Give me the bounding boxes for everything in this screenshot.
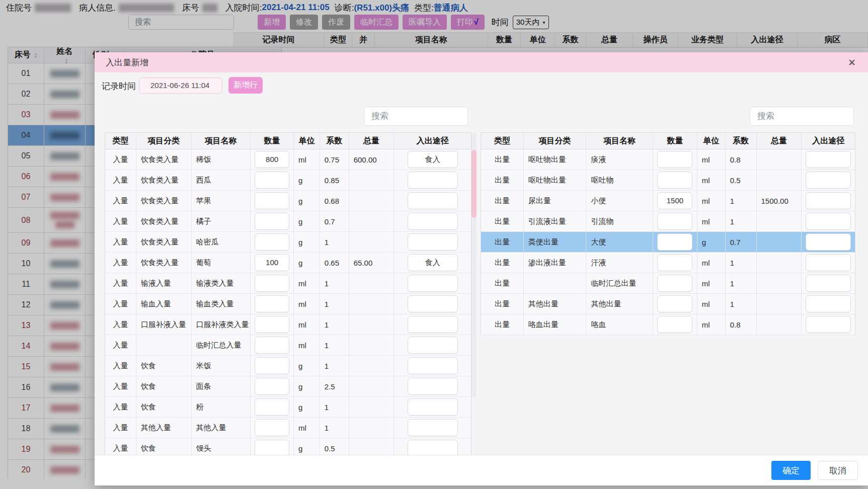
intake-route-input[interactable]	[408, 398, 458, 416]
intake-cell-category: 饮食类入量	[136, 253, 192, 273]
output-route-input[interactable]	[806, 275, 851, 292]
intake-cell-qty	[251, 356, 294, 376]
confirm-button[interactable]: 确定	[771, 461, 811, 480]
intake-qty-input[interactable]	[255, 357, 289, 374]
output-column-header: 单位	[697, 133, 726, 149]
output-route-input[interactable]	[806, 151, 851, 168]
intake-row[interactable]: 入量输液入量输液类入量ml1	[105, 273, 471, 294]
intake-route-input[interactable]	[408, 213, 458, 230]
intake-row[interactable]: 入量饮食类入量西瓜g0.85	[105, 170, 471, 191]
intake-row[interactable]: 入量饮食类入量葡萄100g0.6565.00食入	[105, 253, 471, 273]
intake-route-input[interactable]	[408, 233, 458, 251]
output-route-input[interactable]	[806, 213, 851, 230]
output-cell-category: 呕吐物出量	[524, 170, 587, 190]
intake-row[interactable]: 入量饮食馒头g0.5	[105, 438, 471, 455]
output-row[interactable]: 出量咯血出量咯血ml0.8	[481, 314, 855, 335]
output-qty-input[interactable]	[657, 275, 692, 292]
intake-route-input[interactable]	[408, 192, 458, 209]
output-row[interactable]: 出量粪便出量大便g0.7	[481, 232, 855, 253]
cancel-button[interactable]: 取消	[818, 461, 858, 480]
output-row[interactable]: 出量尿出量小便1500ml11500.00	[481, 191, 855, 211]
intake-row[interactable]: 入量饮食面条g2.5	[105, 376, 471, 397]
intake-qty-input[interactable]	[255, 213, 289, 230]
intake-cell-route	[394, 232, 471, 252]
output-row[interactable]: 出量临时汇总出量ml1	[481, 273, 855, 294]
output-column-header: 入出途径	[802, 133, 855, 149]
intake-row[interactable]: 入量饮食类入量哈密瓜g1	[105, 232, 471, 253]
output-row[interactable]: 出量其他出量其他出量ml1	[481, 294, 855, 314]
intake-qty-input[interactable]	[255, 295, 289, 312]
intake-cell-total	[349, 273, 394, 293]
output-column-header: 总量	[757, 133, 802, 149]
intake-route-input[interactable]: 食入	[408, 151, 458, 168]
intake-qty-input[interactable]	[255, 172, 289, 189]
intake-qty-input[interactable]	[255, 316, 289, 333]
intake-route-input[interactable]	[408, 419, 458, 436]
intake-row[interactable]: 入量饮食粉g1	[105, 397, 471, 418]
intake-route-input[interactable]	[408, 378, 458, 395]
intake-qty-input[interactable]	[255, 419, 289, 436]
intake-cell-qty: 100	[251, 253, 294, 273]
output-route-input[interactable]	[806, 192, 851, 209]
intake-qty-input[interactable]: 100	[255, 254, 289, 271]
intake-cell-name: 面条	[192, 376, 251, 396]
intake-route-input[interactable]	[408, 316, 458, 333]
output-qty-input[interactable]	[657, 295, 692, 312]
intake-route-input[interactable]	[408, 440, 458, 455]
intake-row[interactable]: 入量饮食米饭g1	[105, 356, 471, 376]
output-row[interactable]: 出量引流液出量引流物ml1	[481, 211, 855, 232]
intake-qty-input[interactable]	[255, 233, 289, 251]
intake-route-input[interactable]	[408, 275, 458, 292]
intake-cell-unit: g	[294, 376, 320, 396]
output-route-input[interactable]	[806, 233, 851, 251]
intake-qty-input[interactable]	[255, 398, 289, 416]
intake-route-input[interactable]: 食入	[408, 254, 458, 271]
intake-cell-coef: 1	[320, 273, 349, 293]
output-route-input[interactable]	[806, 172, 851, 189]
output-qty-input[interactable]	[657, 254, 692, 271]
output-qty-input[interactable]: 1500	[657, 192, 692, 209]
intake-route-input[interactable]	[408, 357, 458, 374]
output-row[interactable]: 出量呕吐物出量呕吐物ml0.5	[481, 170, 855, 191]
output-route-input[interactable]	[806, 254, 851, 271]
intake-qty-input[interactable]	[255, 378, 289, 395]
intake-row[interactable]: 入量饮食类入量苹果g0.68	[105, 191, 471, 211]
intake-row[interactable]: 入量其他入量其他入量ml1	[105, 418, 471, 438]
output-qty-input[interactable]	[657, 213, 692, 230]
intake-row[interactable]: 入量饮食类入量橘子g0.7	[105, 211, 471, 232]
output-cell-name: 引流物	[586, 211, 653, 231]
intake-route-input[interactable]	[408, 172, 458, 189]
output-qty-input[interactable]	[657, 233, 692, 251]
output-qty-input[interactable]	[657, 172, 692, 189]
intake-row[interactable]: 入量口服补液入量口服补液类入量ml1	[105, 314, 471, 335]
scrollbar-thumb[interactable]	[471, 150, 477, 218]
output-cell-route	[802, 314, 855, 335]
intake-cell-category: 饮食	[136, 376, 192, 396]
intake-route-input[interactable]	[408, 337, 458, 354]
intake-route-input[interactable]	[408, 295, 458, 312]
intake-qty-input[interactable]	[255, 440, 289, 455]
output-route-input[interactable]	[806, 295, 851, 312]
intake-cell-type: 入量	[105, 335, 136, 355]
output-search-input[interactable]: 搜索	[750, 107, 854, 126]
intake-row[interactable]: 入量输血入量输血类入量ml1	[105, 294, 471, 314]
output-qty-input[interactable]	[657, 316, 692, 333]
intake-search-input[interactable]: 搜索	[364, 107, 468, 126]
intake-qty-input[interactable]	[255, 192, 289, 209]
close-icon[interactable]: ✕	[848, 57, 856, 68]
intake-qty-input[interactable]	[255, 337, 289, 354]
output-qty-input[interactable]	[657, 151, 692, 168]
intake-scrollbar[interactable]	[471, 132, 477, 397]
intake-qty-input[interactable]	[255, 275, 289, 292]
output-row[interactable]: 出量呕吐物出量痰液ml0.8	[481, 149, 855, 170]
record-time-input[interactable]: 2021-06-26 11:04	[139, 77, 222, 94]
intake-cell-unit: g	[294, 356, 320, 376]
output-row[interactable]: 出量渗出液出量汗液ml1	[481, 253, 855, 273]
intake-row[interactable]: 入量临时汇总入量ml1	[105, 335, 471, 356]
intake-cell-type: 入量	[105, 149, 136, 170]
add-row-button[interactable]: 新增行	[228, 77, 263, 94]
output-route-input[interactable]	[806, 316, 851, 333]
intake-row[interactable]: 入量饮食类入量稀饭800ml0.75600.00食入	[105, 149, 471, 170]
output-cell-name: 汗液	[586, 253, 653, 273]
intake-qty-input[interactable]: 800	[255, 151, 289, 168]
